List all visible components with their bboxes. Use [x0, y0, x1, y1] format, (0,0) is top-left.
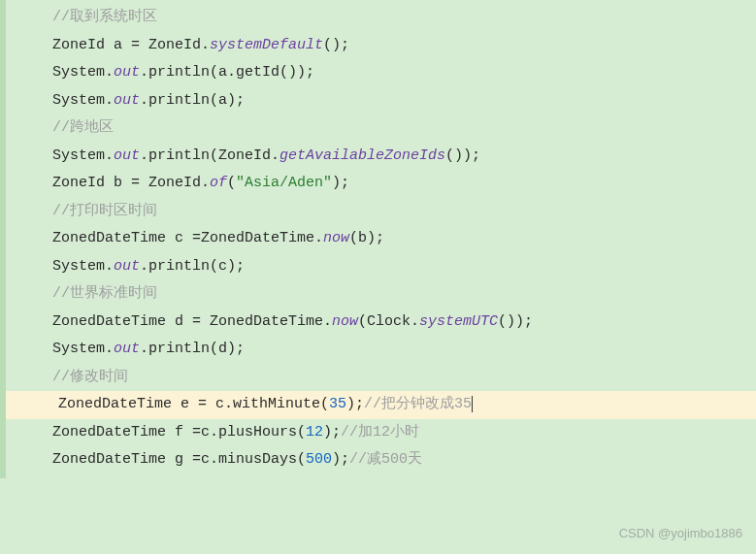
- code-token: .println(c);: [140, 258, 245, 275]
- code-token: ZonedDateTime d = ZonedDateTime.: [52, 313, 332, 330]
- code-token: System.: [52, 147, 114, 164]
- code-line: //世界标准时间: [52, 280, 756, 309]
- code-token: );: [323, 424, 341, 440]
- comment-text: //世界标准时间: [52, 285, 157, 302]
- code-token: );: [332, 175, 349, 191]
- static-token: out: [114, 258, 140, 275]
- code-line: ZonedDateTime f =c.plusHours(12);//加12小时: [52, 419, 756, 447]
- code-line: ZoneId a = ZoneId.systemDefault();: [52, 32, 756, 60]
- code-line: ZonedDateTime d = ZonedDateTime.now(Cloc…: [52, 309, 756, 337]
- comment-text: //取到系统时区: [52, 9, 157, 25]
- number-literal: 35: [329, 396, 346, 412]
- inline-comment: //加12小时: [341, 424, 419, 440]
- watermark: CSDN @yojimbo1886: [619, 522, 742, 546]
- code-token: ZoneId b = ZoneId.: [52, 175, 210, 191]
- code-token: ZonedDateTime c =ZonedDateTime.: [52, 230, 323, 246]
- static-token: out: [114, 92, 140, 109]
- static-token: now: [332, 313, 358, 330]
- code-line: System.out.println(c);: [52, 253, 756, 281]
- static-token: of: [210, 175, 227, 191]
- code-token: System.: [52, 341, 114, 357]
- text-cursor: [472, 396, 473, 412]
- code-token: System.: [52, 258, 114, 275]
- string-literal: "Asia/Aden": [236, 175, 332, 191]
- code-token: );: [346, 396, 364, 412]
- code-line: System.out.println(a.getId());: [52, 59, 756, 87]
- code-token: .println(ZoneId.: [140, 147, 279, 164]
- inline-comment: //把分钟改成35: [364, 396, 472, 412]
- static-token: now: [323, 230, 349, 246]
- code-line: System.out.println(d);: [52, 336, 756, 364]
- number-literal: 12: [306, 424, 323, 440]
- code-token: .println(d);: [140, 341, 245, 357]
- code-token: .println(a.getId());: [140, 64, 314, 81]
- code-token: System.: [52, 64, 114, 81]
- code-line: ZoneId b = ZoneId.of("Asia/Aden");: [52, 170, 756, 198]
- code-token: ());: [498, 313, 533, 330]
- static-token: getAvailableZoneIds: [279, 147, 445, 164]
- code-line: System.out.println(ZoneId.getAvailableZo…: [52, 143, 756, 171]
- code-line: ZonedDateTime e = c.withMinute(35);//把分钟…: [6, 391, 756, 419]
- code-line: //修改时间: [52, 364, 756, 392]
- code-token: (: [227, 175, 236, 191]
- code-token: (b);: [349, 230, 384, 246]
- code-line: ZonedDateTime c =ZonedDateTime.now(b);: [52, 225, 756, 253]
- code-token: ZonedDateTime e = c.withMinute(: [58, 396, 329, 412]
- static-token: out: [114, 147, 140, 164]
- code-line: ZonedDateTime g =c.minusDays(500);//减500…: [52, 446, 756, 474]
- code-token: );: [332, 451, 349, 468]
- code-token: (Clock.: [358, 313, 419, 330]
- code-line: System.out.println(a);: [52, 87, 756, 115]
- code-token: ZonedDateTime g =c.minusDays(: [52, 451, 306, 468]
- comment-text: //跨地区: [52, 119, 114, 136]
- code-token: System.: [52, 92, 114, 109]
- code-token: ());: [445, 147, 480, 164]
- static-token: systemUTC: [419, 313, 498, 330]
- comment-text: //修改时间: [52, 369, 128, 385]
- code-line: //打印时区时间: [52, 198, 756, 226]
- static-token: systemDefault: [210, 37, 323, 53]
- code-line: //取到系统时区: [52, 4, 756, 32]
- static-token: out: [114, 341, 140, 357]
- code-token: ZonedDateTime f =c.plusHours(: [52, 424, 306, 440]
- static-token: out: [114, 64, 140, 81]
- code-line: //跨地区: [52, 114, 756, 143]
- code-block: //取到系统时区ZoneId a = ZoneId.systemDefault(…: [0, 0, 756, 478]
- code-token: .println(a);: [140, 92, 245, 109]
- inline-comment: //减500天: [349, 451, 422, 468]
- code-token: ZoneId a = ZoneId.: [52, 37, 210, 53]
- comment-text: //打印时区时间: [52, 203, 157, 219]
- code-token: ();: [323, 37, 349, 53]
- number-literal: 500: [306, 451, 332, 468]
